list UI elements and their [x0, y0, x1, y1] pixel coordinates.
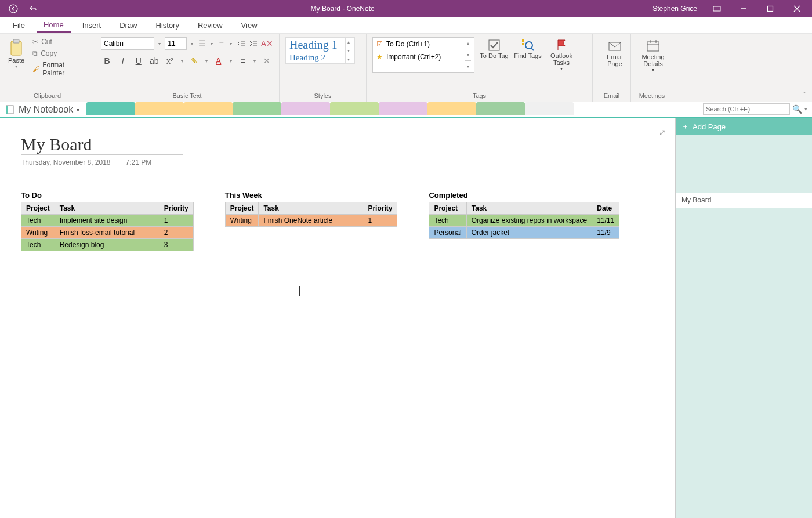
delete-icon[interactable]: ✕ — [261, 55, 273, 67]
section-tab[interactable] — [330, 102, 379, 115]
table-cell[interactable]: Writing — [21, 227, 55, 239]
table-cell[interactable]: Tech — [429, 215, 466, 227]
section-tab[interactable] — [86, 102, 135, 115]
table-cell[interactable]: Implement site design — [55, 215, 159, 227]
table-cell[interactable]: 2 — [159, 227, 193, 239]
table-cell[interactable]: Order jacket — [466, 227, 592, 239]
table-row[interactable]: WritingFinish foss-email tutorial2 — [21, 227, 194, 239]
highlight-button[interactable]: ✎ — [188, 55, 200, 67]
menu-history[interactable]: History — [149, 19, 186, 32]
table-row[interactable]: WritingFinish OneNote article1 — [225, 215, 397, 227]
menu-draw[interactable]: Draw — [113, 19, 144, 32]
expand-icon[interactable]: ⤢ — [659, 128, 666, 137]
search-icon[interactable]: 🔍 — [792, 104, 802, 114]
underline-button[interactable]: U — [132, 55, 144, 67]
table-cell[interactable]: 1 — [363, 215, 397, 227]
section-tab[interactable] — [135, 102, 184, 115]
table-row[interactable]: TechRedesign blog3 — [21, 239, 194, 251]
bold-button[interactable]: B — [101, 55, 113, 67]
page-list-item[interactable]: My Board — [676, 193, 812, 208]
section-tab[interactable] — [281, 102, 330, 115]
find-tags-button[interactable]: Find Tags — [512, 37, 544, 73]
minimize-icon[interactable] — [731, 0, 756, 17]
ribbon-options-icon[interactable] — [704, 0, 730, 17]
menu-home[interactable]: Home — [37, 18, 71, 33]
superscript-button[interactable]: x² — [164, 55, 176, 67]
table-cell[interactable]: Finish foss-email tutorial — [55, 227, 159, 239]
style-down-icon[interactable]: ▾ — [346, 46, 351, 55]
table-cell[interactable]: Tech — [21, 215, 55, 227]
indent-icon[interactable] — [249, 37, 258, 50]
table-row[interactable]: PersonalOrder jacket11/9 — [429, 227, 619, 239]
user-name[interactable]: Stephen Grice — [647, 0, 703, 17]
table-row[interactable]: TechImplement site design1 — [21, 215, 194, 227]
section-tab[interactable] — [525, 102, 574, 115]
tag-todo-item[interactable]: ☑To Do (Ctrl+1) — [373, 38, 465, 50]
page-title[interactable]: My Board — [21, 135, 183, 155]
clear-format-icon[interactable]: A✕ — [261, 37, 273, 50]
strikethrough-button[interactable]: ab — [148, 55, 160, 67]
add-page-button[interactable]: ＋ Add Page — [676, 118, 812, 135]
align-button[interactable]: ≡ — [237, 55, 249, 67]
board-table[interactable]: ProjectTaskDateTechOrganize existing rep… — [429, 202, 619, 239]
numbering-icon[interactable]: ≡ — [217, 37, 226, 50]
table-cell[interactable]: Organize existing repos in workspace — [466, 215, 592, 227]
page-canvas[interactable]: ⤢ My Board Thursday, November 8, 2018 7:… — [0, 118, 675, 518]
section-tab[interactable] — [184, 102, 233, 115]
tag-down-icon[interactable]: ▾ — [465, 49, 471, 60]
format-painter-button[interactable]: 🖌Format Painter — [31, 60, 89, 78]
bullets-icon[interactable]: ☰ — [198, 37, 206, 50]
board-table[interactable]: ProjectTaskPriorityWritingFinish OneNote… — [225, 202, 398, 227]
table-cell[interactable]: Finish OneNote article — [259, 215, 363, 227]
font-color-button[interactable]: A — [212, 55, 224, 67]
style-heading-2[interactable]: Heading 2 — [286, 52, 345, 63]
style-up-icon[interactable]: ▴ — [346, 38, 351, 46]
table-cell[interactable]: Personal — [429, 227, 466, 239]
chevron-down-icon[interactable]: ▾ — [804, 106, 807, 112]
tag-important-item[interactable]: ★Important (Ctrl+2) — [373, 50, 465, 63]
section-tab[interactable] — [427, 102, 476, 115]
table-cell[interactable]: Redesign blog — [55, 239, 159, 251]
style-more-icon[interactable]: ▾ — [346, 55, 351, 63]
section-tab[interactable] — [379, 102, 427, 115]
table-cell[interactable]: Tech — [21, 239, 55, 251]
outdent-icon[interactable] — [236, 37, 245, 50]
italic-button[interactable]: I — [117, 55, 129, 67]
meeting-details-button[interactable]: Meeting Details▾ — [637, 37, 669, 74]
table-cell[interactable]: 1 — [159, 215, 193, 227]
maximize-icon[interactable] — [757, 0, 783, 17]
menu-review[interactable]: Review — [191, 19, 230, 32]
table-cell[interactable]: 3 — [159, 239, 193, 251]
cut-button[interactable]: ✂Cut — [31, 37, 89, 46]
menu-view[interactable]: View — [234, 19, 264, 32]
copy-button[interactable]: ⧉Copy — [31, 49, 89, 58]
table-cell[interactable]: 11/9 — [592, 227, 619, 239]
search-input[interactable] — [703, 103, 790, 115]
section-tabs[interactable] — [86, 102, 574, 117]
undo-icon[interactable] — [28, 3, 38, 14]
table-row[interactable]: TechOrganize existing repos in workspace… — [429, 215, 619, 227]
font-select[interactable] — [101, 37, 154, 50]
todo-tag-button[interactable]: To Do Tag — [478, 37, 510, 73]
table-cell[interactable]: 11/11 — [592, 215, 619, 227]
section-tab[interactable] — [476, 102, 525, 115]
collapse-ribbon-icon[interactable]: ˄ — [803, 91, 806, 99]
table-cell[interactable]: Writing — [225, 215, 259, 227]
font-size-select[interactable] — [165, 37, 187, 50]
menu-file[interactable]: File — [6, 19, 32, 32]
close-icon[interactable] — [784, 0, 810, 17]
notebook-selector[interactable]: My Notebook ▾ — [5, 104, 79, 115]
title-bar: My Board - OneNote Stephen Grice — [0, 0, 812, 17]
email-page-button[interactable]: Email Page — [599, 37, 631, 68]
tag-up-icon[interactable]: ▴ — [465, 38, 471, 49]
paste-button[interactable]: Paste ▾ — [6, 37, 27, 78]
outlook-tasks-button[interactable]: Outlook Tasks▾ — [545, 37, 578, 73]
back-icon[interactable] — [8, 3, 19, 14]
chevron-down-icon[interactable]: ▾ — [158, 37, 161, 50]
board-table[interactable]: ProjectTaskPriorityTechImplement site de… — [21, 202, 194, 251]
style-heading-1[interactable]: Heading 1 — [286, 38, 345, 52]
chevron-down-icon[interactable]: ▾ — [190, 37, 194, 50]
section-tab[interactable] — [233, 102, 281, 115]
tag-more-icon[interactable]: ▾ — [465, 60, 471, 72]
menu-insert[interactable]: Insert — [75, 19, 108, 32]
